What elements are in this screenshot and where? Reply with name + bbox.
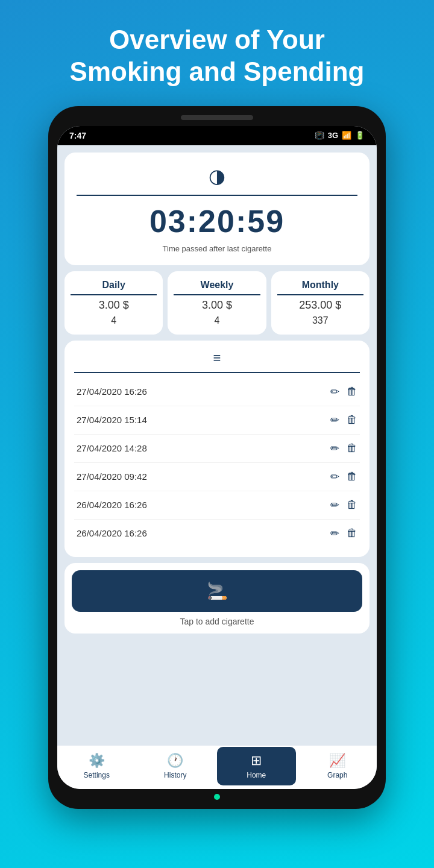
nav-label-history: History (164, 771, 186, 779)
add-label: Tap to add cigarette (180, 617, 254, 626)
signal-label: 3G (328, 131, 338, 140)
timer-label: Time passed after last cigarette (163, 244, 272, 253)
stat-count-daily: 4 (111, 315, 116, 326)
page-title: Overview of Your Smoking and Spending (34, 0, 401, 106)
battery-icon: 🔋 (355, 131, 365, 140)
delete-button-2[interactable]: 🗑 (347, 414, 357, 426)
nav-item-graph[interactable]: 📈 Graph (298, 753, 377, 779)
vibrate-icon: 📳 (315, 131, 324, 140)
screen-content: ◑ 03:20:59 Time passed after last cigare… (57, 145, 377, 746)
list-item: 27/04/2020 14:28 ✏ 🗑 (74, 435, 360, 463)
phone-screen: 7:47 📳 3G 📶 🔋 ◑ 03:20:59 Time passed aft… (57, 126, 377, 789)
phone-frame: 7:47 📳 3G 📶 🔋 ◑ 03:20:59 Time passed aft… (48, 106, 386, 809)
edit-button-6[interactable]: ✏ (330, 527, 339, 540)
stat-title-daily: Daily (102, 280, 125, 291)
delete-button-5[interactable]: 🗑 (347, 498, 357, 511)
list-date-5: 26/04/2020 16:26 (77, 500, 147, 510)
nav-item-home[interactable]: ⊞ Home (217, 747, 296, 785)
list-actions-5: ✏ 🗑 (330, 498, 357, 512)
list-header: ≡ (74, 350, 360, 366)
stat-amount-daily: 3.00 $ (99, 299, 129, 312)
list-actions-4: ✏ 🗑 (330, 470, 357, 483)
stat-amount-weekly: 3.00 $ (202, 299, 232, 312)
stat-divider-daily (71, 294, 157, 295)
delete-button-1[interactable]: 🗑 (347, 385, 357, 398)
list-card: ≡ 27/04/2020 16:26 ✏ 🗑 27/04/2020 15:14 … (64, 341, 370, 557)
nav-label-settings: Settings (84, 771, 110, 779)
status-bar: 7:47 📳 3G 📶 🔋 (57, 126, 377, 145)
stat-amount-monthly: 253.00 $ (299, 299, 341, 312)
list-item: 26/04/2020 16:26 ✏ 🗑 (74, 520, 360, 547)
list-actions-3: ✏ 🗑 (330, 442, 357, 455)
nav-label-home: Home (247, 771, 266, 779)
list-actions-6: ✏ 🗑 (330, 527, 357, 540)
add-card: 🚬 Tap to add cigarette (64, 563, 370, 634)
timer-card: ◑ 03:20:59 Time passed after last cigare… (64, 153, 370, 265)
phone-notch (181, 115, 253, 120)
edit-button-3[interactable]: ✏ (330, 442, 339, 455)
phone-home-dot (214, 794, 220, 800)
list-date-2: 27/04/2020 15:14 (77, 415, 147, 425)
cigarette-icon: 🚬 (207, 581, 228, 601)
settings-icon: ⚙️ (89, 753, 105, 769)
timer-value: 03:20:59 (149, 203, 285, 239)
list-date-6: 26/04/2020 16:26 (77, 528, 147, 538)
nav-label-graph: Graph (327, 771, 347, 779)
list-icon: ≡ (213, 350, 221, 366)
nav-item-settings[interactable]: ⚙️ Settings (57, 753, 136, 779)
stat-divider-monthly (277, 294, 363, 295)
nav-item-history[interactable]: 🕐 History (136, 753, 215, 779)
delete-button-3[interactable]: 🗑 (347, 442, 357, 454)
clock-icon: ◑ (209, 165, 225, 187)
stat-count-weekly: 4 (215, 315, 220, 326)
stat-title-weekly: Weekly (201, 280, 234, 291)
edit-button-2[interactable]: ✏ (330, 414, 339, 427)
stat-card-daily: Daily 3.00 $ 4 (64, 271, 163, 335)
add-cigarette-button[interactable]: 🚬 (72, 570, 362, 612)
edit-button-1[interactable]: ✏ (330, 385, 339, 398)
edit-button-4[interactable]: ✏ (330, 470, 339, 483)
status-right: 📳 3G 📶 🔋 (315, 131, 365, 140)
history-icon: 🕐 (167, 753, 183, 769)
timer-divider (77, 195, 357, 196)
list-date-4: 27/04/2020 09:42 (77, 471, 147, 482)
list-item: 27/04/2020 15:14 ✏ 🗑 (74, 406, 360, 435)
bottom-nav: ⚙️ Settings 🕐 History ⊞ Home 📈 Graph (57, 746, 377, 789)
delete-button-6[interactable]: 🗑 (347, 527, 357, 539)
list-header-divider (74, 372, 360, 373)
signal-icon: 📶 (342, 131, 351, 140)
list-date-3: 27/04/2020 14:28 (77, 443, 147, 453)
list-date-1: 27/04/2020 16:26 (77, 386, 147, 397)
list-actions-1: ✏ 🗑 (330, 385, 357, 398)
graph-icon: 📈 (329, 753, 345, 769)
stat-card-monthly: Monthly 253.00 $ 337 (271, 271, 370, 335)
stat-title-monthly: Monthly (302, 280, 339, 291)
stat-card-weekly: Weekly 3.00 $ 4 (168, 271, 266, 335)
status-time: 7:47 (69, 131, 86, 140)
stats-row: Daily 3.00 $ 4 Weekly 3.00 $ 4 Monthly 2… (64, 271, 370, 335)
stat-count-monthly: 337 (312, 315, 329, 326)
stat-divider-weekly (174, 294, 260, 295)
delete-button-4[interactable]: 🗑 (347, 470, 357, 483)
home-icon: ⊞ (251, 753, 262, 769)
list-item: 26/04/2020 16:26 ✏ 🗑 (74, 491, 360, 520)
edit-button-5[interactable]: ✏ (330, 498, 339, 512)
list-item: 27/04/2020 16:26 ✏ 🗑 (74, 378, 360, 406)
list-item: 27/04/2020 09:42 ✏ 🗑 (74, 463, 360, 491)
list-actions-2: ✏ 🗑 (330, 414, 357, 427)
